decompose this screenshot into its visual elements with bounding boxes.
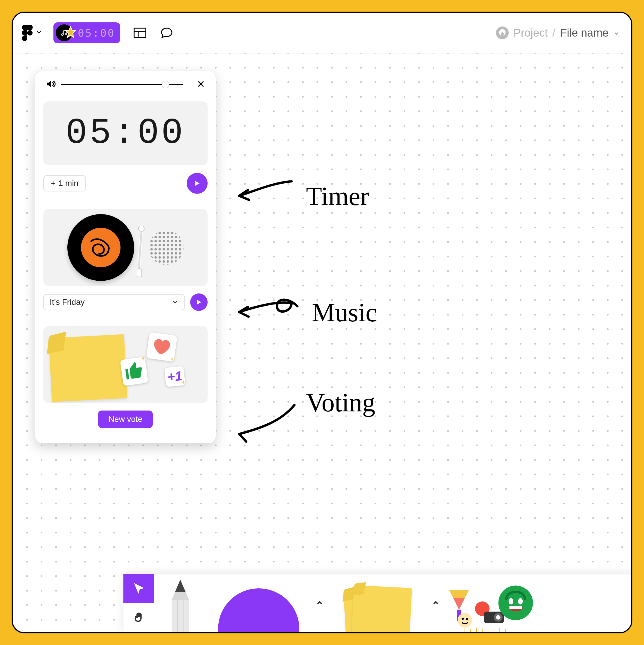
annotation-music: Music — [312, 297, 377, 328]
chevron-down-icon — [613, 30, 620, 37]
sticky-note-icon — [48, 334, 127, 402]
timer-pill-badge — [56, 24, 76, 41]
close-button[interactable] — [197, 79, 205, 89]
plus-one-sticker: +1 — [165, 366, 186, 387]
add-minute-label: 1 min — [58, 179, 78, 188]
pencil-icon — [166, 580, 195, 632]
layout-icon — [133, 26, 147, 40]
arrow-music — [234, 294, 303, 327]
voting-section: +1 New vote — [35, 319, 216, 436]
layout-tool[interactable] — [133, 26, 147, 40]
svg-point-0 — [27, 30, 33, 36]
file-name[interactable]: File name — [560, 27, 609, 39]
tools-panel: 05:00 + 1 min — [35, 71, 216, 443]
volume-slider[interactable] — [61, 84, 183, 85]
slider-thumb[interactable] — [162, 81, 169, 88]
monstera-icon — [498, 28, 507, 37]
comment-icon — [160, 26, 174, 40]
music-display — [43, 209, 208, 286]
annotation-voting: Voting — [306, 388, 375, 418]
chevron-down-icon — [172, 299, 179, 306]
svg-point-15 — [466, 618, 468, 620]
sticky-more[interactable] — [427, 574, 444, 632]
svg-point-6 — [138, 226, 144, 232]
shape-more[interactable] — [311, 574, 328, 632]
comment-tool[interactable] — [160, 26, 174, 40]
new-vote-button[interactable]: New vote — [98, 411, 153, 428]
canvas[interactable]: 05:00 + 1 min — [13, 53, 631, 632]
sticker-tray — [447, 580, 535, 632]
svg-point-21 — [509, 598, 513, 605]
play-icon — [196, 298, 202, 306]
project-name[interactable]: Project — [513, 27, 548, 39]
sticky-note-tool[interactable] — [328, 574, 427, 632]
star-icon — [64, 26, 77, 39]
svg-point-13 — [457, 613, 472, 628]
timer-section: 05:00 + 1 min — [35, 94, 216, 202]
hand-icon — [133, 612, 144, 623]
svg-rect-1 — [134, 28, 146, 37]
svg-rect-9 — [137, 269, 142, 277]
sticky-stack-icon — [340, 583, 415, 632]
chevron-up-icon — [316, 599, 324, 607]
svg-point-14 — [462, 618, 464, 620]
bottom-toolbar — [123, 574, 632, 632]
arrow-timer — [234, 176, 297, 210]
circle-shape-icon — [218, 588, 299, 632]
vinyl-record — [67, 214, 134, 281]
file-menu-chevron[interactable] — [613, 27, 620, 39]
topbar: 05:00 Project / File name — [13, 13, 631, 53]
timer-display[interactable]: 05:00 — [43, 101, 208, 165]
thumbs-up-sticker — [120, 357, 148, 386]
hand-tool[interactable] — [123, 603, 154, 632]
figma-logo-icon — [21, 25, 33, 41]
chevron-down-icon — [36, 29, 42, 36]
annotation-timer: Timer — [306, 181, 369, 211]
plus-icon: + — [51, 179, 55, 188]
pill-time: 05:00 — [78, 27, 115, 39]
timer-pill[interactable]: 05:00 — [53, 22, 120, 43]
arrow-voting — [234, 399, 300, 446]
shape-tool[interactable] — [207, 574, 311, 632]
add-minute-button[interactable]: + 1 min — [43, 175, 86, 192]
music-section: It's Friday — [35, 202, 216, 319]
svg-rect-23 — [509, 606, 522, 609]
music-select[interactable]: It's Friday — [43, 294, 185, 310]
plus-one-label: +1 — [167, 369, 183, 384]
sticker-tool[interactable] — [444, 574, 538, 632]
scribble-icon — [85, 232, 117, 263]
volume-icon[interactable] — [46, 79, 56, 90]
heart-sticker — [146, 332, 178, 362]
select-tool[interactable] — [123, 574, 154, 603]
breadcrumb[interactable]: Project / File name — [496, 26, 620, 39]
music-selected-label: It's Friday — [50, 297, 84, 307]
close-icon — [197, 79, 205, 88]
timer-play-button[interactable] — [187, 173, 208, 194]
avatar[interactable] — [496, 26, 509, 39]
timer-value: 05:00 — [66, 113, 185, 154]
app-window: 05:00 Project / File name — [12, 12, 632, 633]
speaker-icon — [149, 230, 184, 265]
play-icon — [194, 180, 200, 187]
breadcrumb-separator: / — [553, 27, 556, 39]
panel-header — [35, 71, 216, 94]
cursor-icon — [133, 583, 144, 594]
app-menu[interactable] — [21, 25, 42, 41]
chevron-up-icon — [432, 599, 440, 607]
svg-point-22 — [518, 598, 523, 605]
voting-display: +1 — [43, 326, 208, 403]
tonearm-icon — [137, 226, 146, 278]
music-play-button[interactable] — [190, 293, 208, 311]
pencil-tool[interactable] — [154, 574, 207, 632]
